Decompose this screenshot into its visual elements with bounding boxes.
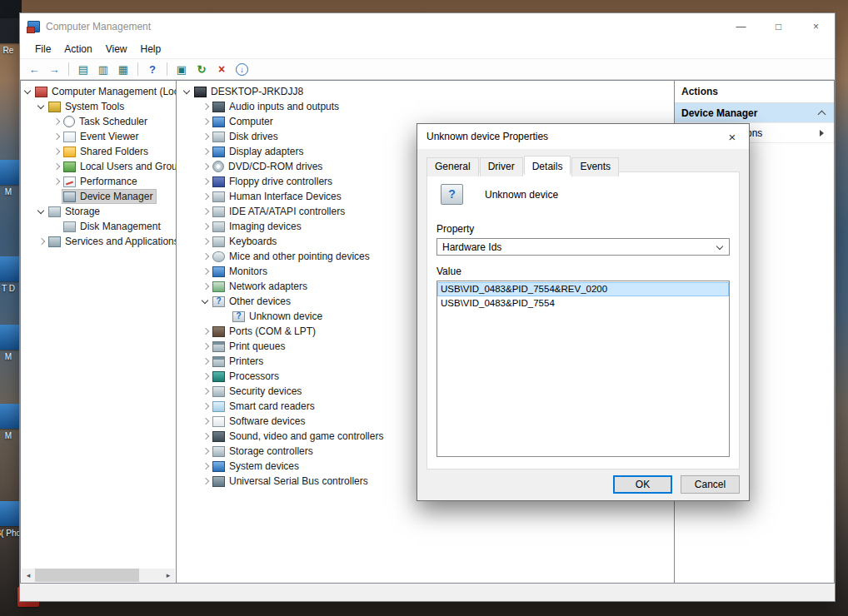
expander-chevron-icon[interactable]: [22, 86, 34, 97]
expander-chevron-icon[interactable]: [36, 101, 47, 112]
scan-hardware-changes-button[interactable]: ↻: [192, 60, 211, 78]
property-dropdown[interactable]: Hardware Ids: [436, 238, 730, 256]
console-tree-item[interactable]: Computer Management (Local): [21, 84, 176, 99]
expander-chevron-icon[interactable]: [200, 206, 212, 217]
expander-chevron-icon[interactable]: [36, 206, 47, 217]
expander-chevron-icon[interactable]: [200, 400, 212, 412]
help-button[interactable]: ?: [143, 60, 162, 78]
expander-chevron-icon[interactable]: [200, 146, 212, 157]
minimize-button[interactable]: —: [722, 13, 760, 40]
console-tree-item[interactable]: Task Scheduler: [21, 114, 176, 129]
expander-chevron-icon[interactable]: [51, 221, 62, 232]
expander-chevron-icon[interactable]: [200, 475, 212, 487]
desktop: Re M T D M M 3( Phc: [0, 0, 848, 616]
title-bar[interactable]: Computer Management — □ ×: [20, 13, 835, 40]
show-console-tree-button[interactable]: ▤: [74, 60, 92, 78]
expander-chevron-icon[interactable]: [182, 86, 193, 97]
uninstall-device-button[interactable]: ×: [212, 60, 231, 78]
dialog-tab[interactable]: Driver: [480, 157, 523, 176]
expander-chevron-icon[interactable]: [200, 221, 212, 232]
value-row[interactable]: USB\VID_0483&PID_7554&REV_0200: [437, 282, 729, 296]
dialog-title-bar[interactable]: Unknown device Properties ×: [417, 124, 749, 149]
scrollbar-thumb[interactable]: [35, 569, 139, 582]
action-chevron-icon[interactable]: [817, 128, 827, 138]
expander-chevron-icon[interactable]: [200, 445, 212, 457]
expander-chevron-icon[interactable]: [200, 191, 212, 202]
value-list[interactable]: USB\VID_0483&PID_7554&REV_0200 USB\VID_0…: [436, 281, 730, 457]
dialog-close-icon[interactable]: ×: [716, 124, 749, 149]
window-controls: — □ ×: [722, 13, 835, 40]
expander-chevron-icon[interactable]: [200, 296, 212, 307]
action-chevron-icon[interactable]: [817, 108, 827, 118]
expander-chevron-icon[interactable]: [200, 116, 212, 127]
expander-chevron-icon[interactable]: [200, 370, 212, 382]
other-devices-icon: [212, 296, 225, 307]
console-tree-item[interactable]: Shared Folders: [21, 144, 176, 159]
device-tree-item[interactable]: DESKTOP-JRKDJJ8: [177, 84, 674, 99]
print-queue-icon: [212, 341, 225, 352]
console-tree-item[interactable]: Event Viewer: [21, 129, 176, 144]
expander-chevron-icon[interactable]: [51, 191, 62, 202]
menu-item[interactable]: Help: [134, 43, 168, 55]
value-row[interactable]: USB\VID_0483&PID_7554: [437, 296, 729, 310]
menu-item[interactable]: View: [99, 43, 134, 55]
expander-chevron-icon[interactable]: [200, 460, 212, 472]
dialog-tab[interactable]: General: [426, 157, 479, 176]
expander-chevron-icon[interactable]: [200, 430, 212, 442]
details-tab-page: Unknown device Property Hardware Ids Val…: [426, 171, 740, 469]
expander-chevron-icon[interactable]: [200, 415, 212, 427]
expander-chevron-icon[interactable]: [200, 176, 212, 187]
properties-button[interactable]: ▦: [114, 60, 132, 78]
console-tree-item[interactable]: Performance: [21, 174, 176, 189]
expander-chevron-icon[interactable]: [200, 251, 212, 262]
expander-chevron-icon[interactable]: [200, 236, 212, 247]
expander-chevron-icon[interactable]: [36, 236, 47, 247]
expander-chevron-icon[interactable]: [200, 385, 212, 397]
dialog-tab[interactable]: Details: [524, 156, 571, 175]
audio-icon: [212, 102, 225, 112]
expander-chevron-icon[interactable]: [200, 101, 212, 112]
console-tree-item[interactable]: Disk Management: [21, 219, 176, 234]
scroll-left-arrow-icon[interactable]: ◂: [22, 571, 35, 579]
expander-chevron-icon[interactable]: [200, 131, 212, 142]
performance-icon: [63, 176, 76, 187]
expander-chevron-icon[interactable]: [200, 340, 212, 352]
desktop-icon-image: [0, 18, 21, 43]
horizontal-scrollbar[interactable]: ◂ ▸: [22, 569, 175, 582]
software-icon: [212, 416, 225, 427]
cancel-button[interactable]: Cancel: [681, 475, 740, 494]
back-button[interactable]: ←: [25, 60, 43, 78]
console-tree-item[interactable]: Storage: [21, 204, 176, 219]
device-name: Unknown device: [485, 189, 558, 201]
forward-button[interactable]: →: [45, 60, 63, 78]
export-list-button[interactable]: ▥: [94, 60, 112, 78]
device-tree-item[interactable]: Audio inputs and outputs: [177, 99, 674, 114]
console-tree-item[interactable]: Services and Applications: [21, 234, 176, 249]
action-pane-button[interactable]: ▣: [172, 60, 191, 78]
smart-card-icon: [212, 401, 225, 412]
action-item[interactable]: Device Manager: [675, 103, 834, 123]
maximize-button[interactable]: □: [760, 13, 797, 40]
expander-chevron-icon[interactable]: [51, 161, 62, 172]
ok-button[interactable]: OK: [613, 475, 672, 494]
console-tree-item[interactable]: System Tools: [21, 99, 176, 114]
close-button[interactable]: ×: [797, 13, 835, 40]
expander-chevron-icon[interactable]: [200, 325, 212, 337]
expander-chevron-icon[interactable]: [220, 310, 232, 322]
disable-device-button[interactable]: ↓: [236, 63, 248, 76]
expander-chevron-icon[interactable]: [200, 355, 212, 367]
expander-chevron-icon[interactable]: [51, 146, 62, 157]
expander-chevron-icon[interactable]: [51, 116, 62, 127]
expander-chevron-icon[interactable]: [200, 266, 212, 277]
scroll-right-arrow-icon[interactable]: ▸: [162, 571, 175, 579]
console-tree-item[interactable]: Local Users and Groups: [21, 159, 176, 174]
console-tree-item[interactable]: Device Manager: [21, 189, 176, 204]
menu-item[interactable]: Action: [57, 43, 98, 55]
dialog-tab[interactable]: Events: [571, 157, 619, 176]
ide-icon: [212, 206, 225, 217]
menu-item[interactable]: File: [28, 43, 57, 55]
expander-chevron-icon[interactable]: [200, 281, 212, 292]
expander-chevron-icon[interactable]: [51, 131, 62, 142]
expander-chevron-icon[interactable]: [51, 176, 62, 187]
expander-chevron-icon[interactable]: [200, 161, 212, 172]
